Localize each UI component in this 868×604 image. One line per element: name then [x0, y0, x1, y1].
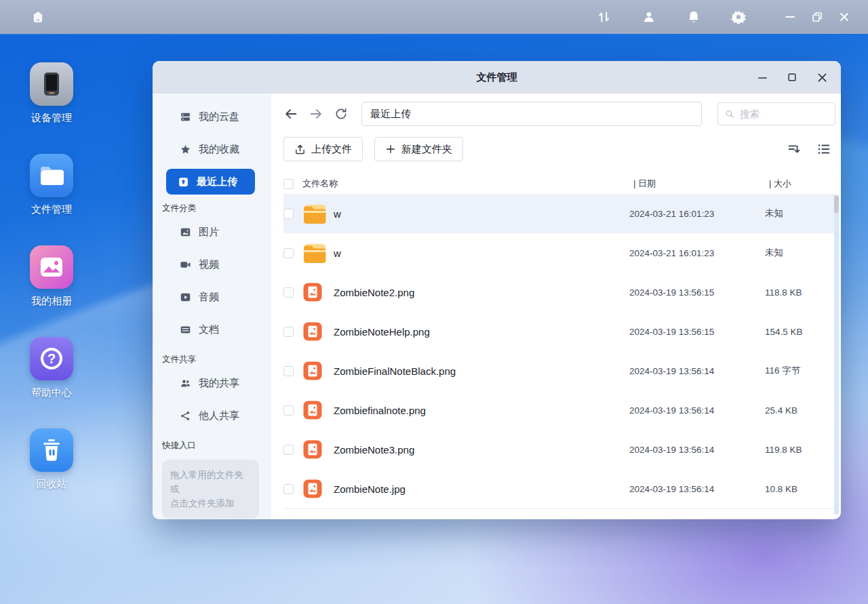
- table-row[interactable]: ZombieNote3.png 2024-03-19 13:56:14 119.…: [283, 430, 837, 469]
- shell-close-icon[interactable]: [838, 11, 850, 23]
- settings-icon[interactable]: [730, 8, 747, 26]
- header-size[interactable]: | 大小: [769, 178, 831, 190]
- desktop-icon-help-center[interactable]: ? 帮助中心: [23, 337, 80, 399]
- sidebar-item-pictures[interactable]: 图片: [153, 216, 271, 248]
- row-checkbox[interactable]: [283, 209, 294, 219]
- row-checkbox[interactable]: [283, 248, 294, 258]
- sidebar-item-audio[interactable]: 音频: [153, 281, 271, 313]
- folder-icon: [302, 203, 331, 224]
- upload-icon: [294, 144, 306, 155]
- file-date: 2024-03-19 13:56:14: [629, 405, 765, 416]
- sidebar-item-label: 我的收藏: [199, 143, 239, 156]
- back-icon[interactable]: [283, 106, 298, 121]
- desktop-icon-file-management[interactable]: 文件管理: [23, 154, 80, 216]
- file-name: w: [331, 247, 629, 259]
- quick-entry-dropzone[interactable]: 拖入常用的文件夹或 点击文件夹添加: [162, 460, 259, 519]
- file-date: 2024-03-21 16:01:23: [629, 209, 765, 219]
- minimize-icon[interactable]: [755, 71, 769, 84]
- upload-file-button[interactable]: 上传文件: [283, 137, 363, 161]
- sidebar-section-file-sharing: 文件共享: [162, 354, 271, 365]
- file-size: 154.5 KB: [765, 327, 827, 337]
- desktop-icon-device-management[interactable]: 设备管理: [23, 62, 80, 125]
- folder-icon: [302, 243, 331, 264]
- row-checkbox[interactable]: [283, 484, 294, 494]
- header-date[interactable]: | 日期: [633, 178, 769, 190]
- row-checkbox[interactable]: [283, 405, 294, 416]
- file-name: ZombieNoteHelp.png: [331, 326, 629, 338]
- sidebar: 我的云盘 我的收藏 最近上传 文件分类 图片 视频 音频 文档 文件共享 我的共…: [153, 94, 271, 519]
- forward-icon[interactable]: [309, 106, 323, 121]
- scrollbar-thumb[interactable]: [834, 195, 839, 213]
- shell-restore-icon[interactable]: [811, 11, 823, 23]
- file-size: 25.4 KB: [765, 405, 827, 416]
- refresh-icon[interactable]: [334, 106, 349, 121]
- file-date: 2024-03-21 16:01:23: [629, 248, 765, 258]
- album-icon: [30, 245, 73, 289]
- window-titlebar[interactable]: 文件管理: [153, 61, 841, 94]
- search-input[interactable]: [740, 108, 828, 119]
- row-checkbox[interactable]: [283, 445, 294, 455]
- file-size: 118.8 KB: [765, 287, 827, 298]
- sidebar-item-my-cloud-drive[interactable]: 我的云盘: [153, 100, 271, 133]
- transfer-icon[interactable]: [595, 8, 613, 26]
- sidebar-item-documents[interactable]: 文档: [153, 313, 271, 346]
- desktop-icon-label: 回收站: [37, 478, 67, 491]
- sort-icon[interactable]: [787, 142, 802, 157]
- sidebar-item-label: 我的共享: [199, 377, 239, 390]
- star-icon: [180, 144, 191, 155]
- row-checkbox[interactable]: [283, 327, 294, 337]
- sidebar-item-my-favorites[interactable]: 我的收藏: [153, 133, 271, 165]
- list-view-icon[interactable]: [816, 142, 831, 157]
- new-folder-button[interactable]: 新建文件夹: [374, 137, 463, 161]
- home-icon[interactable]: [30, 9, 46, 25]
- row-checkbox[interactable]: [283, 287, 294, 298]
- table-row[interactable]: ZombieNote2.png 2024-03-19 13:56:15 118.…: [283, 273, 837, 312]
- device-icon: [30, 62, 73, 106]
- table-row[interactable]: w 2024-03-21 16:01:23 未知: [283, 233, 837, 273]
- path-breadcrumb-input[interactable]: [361, 102, 702, 126]
- sidebar-item-videos[interactable]: 视频: [153, 248, 271, 281]
- system-top-bar: [0, 0, 868, 35]
- image-file-icon: [302, 361, 331, 381]
- table-row[interactable]: Zombiefinalnote.png 2024-03-19 13:56:14 …: [283, 390, 837, 430]
- table-row[interactable]: ZombieNoteHelp.png 2024-03-19 13:56:15 1…: [283, 312, 837, 351]
- select-all-checkbox[interactable]: [283, 179, 294, 189]
- user-icon[interactable]: [640, 8, 658, 26]
- help-icon: ?: [30, 337, 73, 380]
- file-list: w 2024-03-21 16:01:23 未知 w 2024-03-21 16…: [283, 194, 837, 509]
- file-manager-window: 文件管理 我的云盘 我的收藏 最近上传 文件分类 图片: [153, 61, 841, 519]
- maximize-icon[interactable]: [785, 71, 799, 84]
- file-size: 未知: [765, 247, 827, 259]
- file-name: ZombieFinalNoteBlack.png: [331, 365, 629, 377]
- file-name: w: [331, 208, 629, 220]
- svg-text:?: ?: [47, 351, 56, 366]
- search-box[interactable]: [717, 102, 835, 125]
- sidebar-item-label: 视频: [199, 258, 219, 271]
- notification-icon[interactable]: [685, 8, 703, 26]
- table-row[interactable]: ZombieFinalNoteBlack.png 2024-03-19 13:5…: [283, 351, 837, 390]
- close-icon[interactable]: [815, 71, 829, 84]
- sidebar-item-recent-uploads[interactable]: 最近上传: [166, 169, 255, 195]
- table-header: 文件名称 | 日期 | 大小: [283, 174, 841, 194]
- sidebar-item-my-shares[interactable]: 我的共享: [153, 367, 271, 399]
- file-name: Zombiefinalnote.png: [331, 405, 629, 416]
- scrollbar-track[interactable]: [834, 195, 839, 515]
- desktop-icon-my-albums[interactable]: 我的相册: [23, 245, 80, 308]
- sidebar-section-file-categories: 文件分类: [162, 203, 271, 214]
- document-icon: [180, 324, 191, 336]
- sidebar-item-shared-by-others[interactable]: 他人共享: [153, 399, 271, 432]
- share-icon: [180, 410, 191, 422]
- sidebar-item-label: 图片: [199, 226, 219, 239]
- main-pane: 上传文件 新建文件夹 文件名称 | 日期: [271, 94, 841, 519]
- file-size: 10.8 KB: [765, 484, 827, 494]
- row-checkbox[interactable]: [283, 366, 294, 376]
- desktop-icon-label: 设备管理: [31, 112, 72, 125]
- header-file-name[interactable]: 文件名称: [302, 178, 633, 190]
- desktop-icon-recycle-bin[interactable]: 回收站: [23, 428, 80, 491]
- table-row[interactable]: ZombieNote.jpg 2024-03-19 13:56:14 10.8 …: [283, 469, 837, 508]
- shell-minimize-icon[interactable]: [784, 11, 796, 23]
- image-file-icon: [302, 321, 331, 342]
- sidebar-item-label: 音频: [199, 291, 219, 304]
- table-row[interactable]: w 2024-03-21 16:01:23 未知: [283, 194, 837, 233]
- desktop-icon-label: 文件管理: [31, 203, 72, 216]
